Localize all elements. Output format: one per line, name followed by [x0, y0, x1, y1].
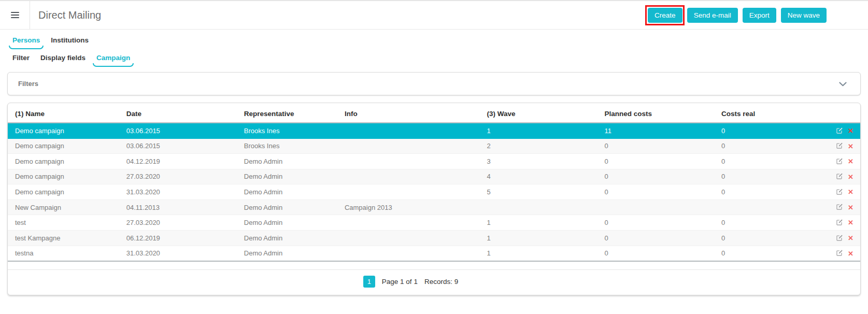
- column-header-name[interactable]: (1) Name: [8, 103, 121, 123]
- campaign-table: (1) Name Date Representative Info (3) Wa…: [8, 103, 860, 262]
- table-row[interactable]: Demo campaign04.12.2019Demo Admin300✕: [8, 154, 860, 169]
- table-cell: 31.03.2020: [121, 246, 239, 261]
- delete-icon[interactable]: ✕: [848, 158, 853, 165]
- row-actions: ✕: [823, 154, 860, 169]
- delete-icon[interactable]: ✕: [848, 235, 853, 241]
- column-header-planned-costs[interactable]: Planned costs: [600, 103, 716, 123]
- table-cell: 1: [482, 215, 600, 231]
- table-cell: Demo campaign: [8, 123, 121, 138]
- delete-icon[interactable]: ✕: [848, 174, 853, 180]
- toolbar: Create Send e-mail Export New wave: [648, 8, 827, 23]
- edit-icon[interactable]: [836, 173, 843, 181]
- menu-button[interactable]: [0, 1, 30, 29]
- page-info-label: Page 1 of 1: [382, 278, 418, 286]
- edit-icon[interactable]: [836, 142, 843, 150]
- table-cell: [482, 199, 600, 215]
- delete-icon[interactable]: ✕: [848, 143, 853, 150]
- delete-icon[interactable]: ✕: [848, 204, 853, 211]
- table-row[interactable]: test27.03.2020Demo Admin100✕: [8, 215, 860, 231]
- table-cell: 3: [482, 154, 600, 169]
- tab-filter[interactable]: Filter: [12, 54, 30, 62]
- table-row[interactable]: Demo campaign27.03.2020Demo Admin400✕: [8, 169, 860, 184]
- table-cell: 06.12.2019: [121, 230, 239, 246]
- column-header-wave[interactable]: (3) Wave: [482, 103, 600, 123]
- edit-icon[interactable]: [836, 234, 843, 242]
- table-cell: [339, 230, 482, 246]
- table-cell: test: [8, 215, 121, 231]
- tab-active-underline: [9, 46, 44, 49]
- tab-display-fields-label: Display fields: [40, 54, 86, 62]
- campaign-table-card: (1) Name Date Representative Info (3) Wa…: [7, 103, 861, 295]
- tab-active-underline: [93, 63, 134, 67]
- table-row[interactable]: Demo campaign03.06.2015Brooks Ines1110✕: [8, 123, 860, 138]
- delete-icon[interactable]: ✕: [848, 219, 853, 226]
- table-cell: 1: [482, 246, 600, 261]
- table-cell: Demo campaign: [8, 184, 121, 200]
- row-actions: ✕: [823, 138, 860, 154]
- edit-icon[interactable]: [836, 219, 843, 227]
- edit-icon[interactable]: [836, 203, 843, 211]
- tab-display-fields[interactable]: Display fields: [40, 54, 86, 62]
- edit-icon[interactable]: [836, 249, 843, 258]
- table-cell: [716, 199, 823, 215]
- table-row[interactable]: New Campaign04.11.2013Demo AdminCampaign…: [8, 199, 860, 215]
- table-cell: [339, 215, 482, 231]
- table-row[interactable]: test Kampagne06.12.2019Demo Admin100✕: [8, 230, 860, 246]
- records-count-label: Records: 9: [424, 278, 458, 286]
- delete-icon[interactable]: ✕: [848, 189, 853, 195]
- table-cell: Brooks Ines: [239, 123, 339, 138]
- chevron-down-icon[interactable]: [839, 79, 847, 89]
- table-cell: Demo campaign: [8, 169, 121, 184]
- table-cell: Demo Admin: [239, 154, 339, 169]
- column-header-date[interactable]: Date: [121, 103, 239, 123]
- tab-institutions[interactable]: Institutions: [51, 36, 89, 44]
- edit-icon[interactable]: [836, 188, 843, 196]
- column-header-representative[interactable]: Representative: [239, 103, 339, 123]
- pagination-bar: 1 Page 1 of 1 Records: 9: [8, 269, 860, 295]
- edit-icon[interactable]: [836, 158, 843, 166]
- table-cell: [339, 184, 482, 200]
- table-cell: 2: [482, 138, 600, 154]
- table-row[interactable]: testna31.03.2020Demo Admin100✕: [8, 246, 860, 261]
- table-cell: test Kampagne: [8, 230, 121, 246]
- table-cell: 03.06.2015: [121, 123, 239, 138]
- row-actions: ✕: [823, 184, 860, 200]
- tab-persons[interactable]: Persons: [12, 36, 40, 49]
- hamburger-icon: [11, 10, 19, 20]
- send-email-button[interactable]: Send e-mail: [687, 8, 738, 23]
- delete-icon[interactable]: ✕: [848, 250, 853, 257]
- column-header-info[interactable]: Info: [339, 103, 482, 123]
- table-cell: 0: [716, 215, 823, 231]
- table-cell: 0: [716, 230, 823, 246]
- table-cell: 11: [600, 123, 716, 138]
- new-wave-button[interactable]: New wave: [781, 8, 827, 23]
- table-cell: 0: [600, 138, 716, 154]
- top-bar: Direct Mailing Create Send e-mail Export…: [0, 0, 868, 30]
- delete-icon[interactable]: ✕: [848, 127, 853, 134]
- tab-filter-label: Filter: [12, 54, 30, 62]
- column-header-costs-real[interactable]: Costs real: [716, 103, 823, 123]
- row-actions: ✕: [823, 230, 860, 246]
- table-cell: Demo campaign: [8, 154, 121, 169]
- table-cell: [339, 246, 482, 261]
- filters-panel[interactable]: Filters: [7, 72, 861, 95]
- table-row[interactable]: Demo campaign03.06.2015Brooks Ines200✕: [8, 138, 860, 154]
- table-cell: Demo campaign: [8, 138, 121, 154]
- page-number-button[interactable]: 1: [363, 276, 375, 288]
- tab-campaign[interactable]: Campaign: [96, 54, 130, 67]
- table-cell: [600, 199, 716, 215]
- filters-title: Filters: [18, 80, 38, 88]
- table-cell: 0: [716, 154, 823, 169]
- table-cell: 0: [716, 246, 823, 261]
- table-row[interactable]: Demo campaign31.03.2020Demo Admin500✕: [8, 184, 860, 200]
- table-cell: Demo Admin: [239, 215, 339, 231]
- create-button[interactable]: Create: [648, 8, 682, 23]
- table-cell: [339, 169, 482, 184]
- create-button-wrapper: Create: [648, 8, 682, 23]
- primary-tabs: Persons Institutions: [0, 30, 868, 49]
- export-button[interactable]: Export: [743, 8, 776, 23]
- table-cell: 0: [716, 169, 823, 184]
- edit-icon[interactable]: [836, 127, 843, 135]
- page-title: Direct Mailing: [38, 9, 101, 21]
- table-cell: Demo Admin: [239, 184, 339, 200]
